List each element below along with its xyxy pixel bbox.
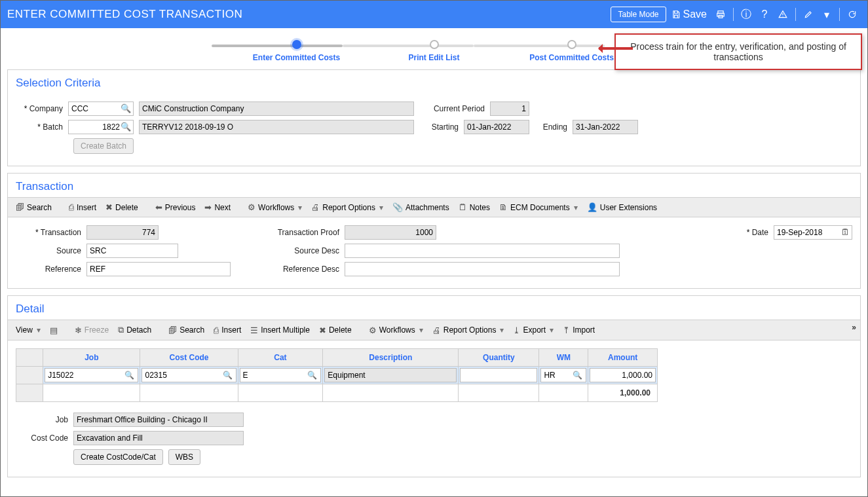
tb-search2[interactable]: 🗐Search (164, 323, 208, 337)
refdesc-input[interactable] (345, 262, 620, 276)
tb-import[interactable]: ⤒Import (559, 323, 599, 337)
col-job[interactable]: Job (43, 349, 140, 367)
tb-previous[interactable]: ⬅Previous (151, 200, 200, 214)
train-step-print[interactable]: Print Edit List (366, 40, 503, 62)
tb-workflows2[interactable]: ⚙Workflows▾ (365, 323, 427, 337)
proof-value (345, 225, 436, 240)
amount-input[interactable] (590, 368, 656, 382)
form-icon: ▤ (50, 325, 58, 335)
table-row[interactable]: 🔍 🔍 🔍 🔍 (16, 367, 658, 384)
tb-workflows[interactable]: ⚙Workflows▾ (244, 200, 306, 214)
sourcedesc-input[interactable] (345, 244, 620, 258)
detail-section: Detail View▾ ▤ ❄Freeze ⧉Detach 🗐Search ⎙… (7, 295, 861, 477)
tb-form-icon[interactable]: ▤ (46, 323, 62, 337)
arrow-right-icon: ➡ (204, 202, 212, 212)
cc-desc-value (73, 431, 244, 445)
notes-icon: 🗒 (459, 202, 467, 212)
page-title: ENTER COMMITTED COST TRANSACTION (7, 8, 242, 21)
gear-icon: ⚙ (369, 325, 377, 335)
tb-detach[interactable]: ⧉Detach (114, 323, 155, 337)
user-icon: 👤 (587, 202, 597, 212)
batch-desc (139, 120, 414, 134)
job-input[interactable] (45, 368, 138, 382)
tb-insertm[interactable]: ☰Insert Multiple (246, 323, 314, 337)
delete-icon: ✖ (319, 325, 326, 335)
info-icon[interactable]: ⓘ (738, 6, 755, 23)
tb-freeze[interactable]: ❄Freeze (71, 323, 113, 337)
tb-insert2[interactable]: ⎙Insert (210, 323, 245, 337)
tb-search[interactable]: 🗐Search (12, 200, 56, 214)
tb-ecm[interactable]: 🗎ECM Documents▾ (495, 200, 582, 214)
search-icon: 🗐 (16, 202, 24, 212)
tb-view[interactable]: View▾ (12, 323, 45, 337)
tb-report2[interactable]: 🖨Report Options▾ (428, 323, 508, 337)
chevron-down-icon: ▾ (298, 203, 302, 212)
source-label: Source (16, 246, 81, 255)
cc-desc-label: Cost Code (16, 433, 68, 443)
source-input[interactable] (86, 244, 178, 258)
document-icon: 🗎 (499, 202, 508, 212)
amount-total: 1,000.00 (588, 384, 658, 402)
table-mode-button[interactable]: Table Mode (611, 7, 666, 22)
col-description[interactable]: Description (323, 349, 459, 367)
wm-input[interactable] (540, 368, 586, 382)
refdesc-label: Reference Desc (267, 265, 339, 274)
qty-input[interactable] (460, 368, 537, 382)
reference-label: Reference (16, 265, 81, 274)
tb-next[interactable]: ➡Next (200, 200, 235, 214)
train-dot-icon (567, 40, 576, 49)
company-input[interactable] (68, 101, 134, 116)
ending-value (573, 120, 638, 134)
batch-input[interactable] (68, 120, 134, 134)
proof-label: Transaction Proof (267, 228, 339, 237)
save-button[interactable]: Save (668, 6, 711, 23)
period-value (490, 101, 529, 116)
reference-input[interactable] (86, 262, 231, 276)
job-desc-label: Job (16, 415, 68, 424)
col-costcode[interactable]: Cost Code (140, 349, 238, 367)
gear-icon: ⚙ (248, 202, 255, 212)
print-icon[interactable] (712, 6, 729, 23)
transaction-value (86, 225, 159, 240)
tb-delete2[interactable]: ✖Delete (315, 323, 356, 337)
chevron-down-icon: ▾ (419, 325, 423, 335)
table-header-row: Job Cost Code Cat Description Quantity W… (16, 349, 658, 367)
cat-input[interactable] (240, 368, 322, 382)
transaction-section: Transaction 🗐Search ⎙Insert ✖Delete ⬅Pre… (7, 173, 861, 289)
tb-export[interactable]: ⤓Export▾ (509, 323, 557, 337)
col-quantity[interactable]: Quantity (459, 349, 539, 367)
annotation-arrow-icon (594, 44, 633, 53)
search-icon: 🗐 (168, 325, 177, 335)
dropdown-icon[interactable]: ▾ (818, 6, 835, 23)
train-step-enter[interactable]: Enter Committed Costs (228, 40, 366, 62)
import-icon: ⤒ (563, 325, 570, 335)
col-amount[interactable]: Amount (588, 349, 658, 367)
annotation-callout: Process train for the entry, verificatio… (614, 33, 862, 70)
tb-insert[interactable]: ⎙Insert (65, 200, 100, 214)
alert-icon[interactable] (774, 6, 791, 23)
help-icon[interactable]: ? (756, 6, 773, 23)
table-summary-row: 1,000.00 (16, 384, 658, 402)
overflow-icon[interactable]: » (852, 323, 856, 332)
create-costcode-button[interactable]: Create CostCode/Cat (73, 449, 163, 465)
tb-attachments[interactable]: 📎Attachments (388, 200, 453, 214)
insert-multiple-icon: ☰ (250, 325, 258, 335)
tb-notes[interactable]: 🗒Notes (455, 200, 494, 214)
col-cat[interactable]: Cat (238, 349, 323, 367)
costcode-input[interactable] (142, 368, 236, 382)
date-input[interactable] (774, 225, 852, 240)
tb-userext[interactable]: 👤User Extensions (583, 200, 661, 214)
starting-value (464, 120, 529, 134)
report-icon: 🖨 (311, 202, 320, 212)
insert-icon: ⎙ (69, 202, 74, 212)
tb-report[interactable]: 🖨Report Options▾ (307, 200, 387, 214)
refresh-icon[interactable] (844, 6, 861, 23)
detail-toolbar: View▾ ▤ ❄Freeze ⧉Detach 🗐Search ⎙Insert … (8, 320, 860, 341)
tb-delete[interactable]: ✖Delete (102, 200, 142, 214)
col-wm[interactable]: WM (539, 349, 588, 367)
detail-title: Detail (8, 296, 860, 320)
edit-icon[interactable] (800, 6, 817, 23)
create-batch-button[interactable]: Create Batch (73, 138, 134, 154)
wbs-button[interactable]: WBS (168, 449, 200, 465)
chevron-down-icon: ▾ (574, 203, 578, 212)
